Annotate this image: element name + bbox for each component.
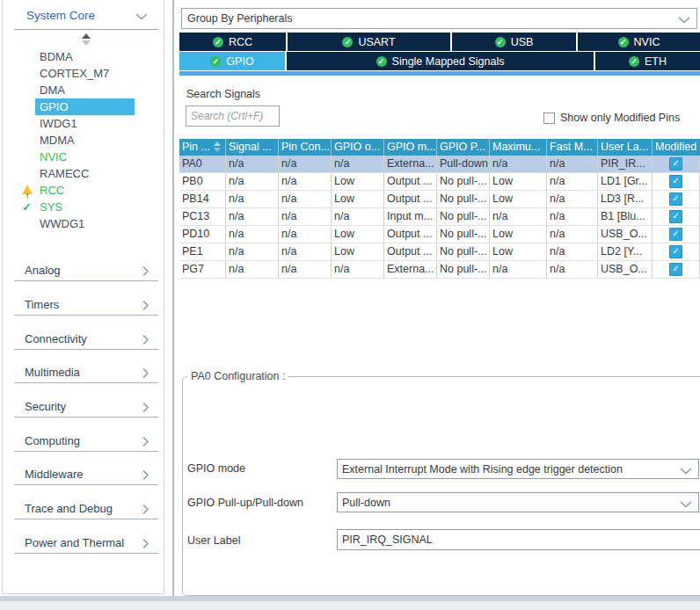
- sidebar-category-multimedia[interactable]: Multimedia: [14, 365, 158, 383]
- cell[interactable]: Output ...: [384, 191, 437, 208]
- header-cell-gpio-p-[interactable]: GPIO P...: [437, 139, 490, 156]
- cell[interactable]: n/a: [547, 243, 598, 261]
- cell[interactable]: PA0: [179, 156, 226, 173]
- sidebar-item-nvic[interactable]: NVIC: [3, 149, 165, 165]
- sidebar-category-security[interactable]: Security: [14, 399, 158, 418]
- sidebar-item-ramecc[interactable]: RAMECC: [3, 165, 165, 182]
- cell[interactable]: PB14: [179, 191, 226, 208]
- cell[interactable]: n/a: [490, 156, 547, 173]
- cell[interactable]: No pull-...: [437, 191, 490, 208]
- cell[interactable]: n/a: [332, 261, 384, 279]
- cell[interactable]: Output ...: [384, 226, 437, 243]
- sidebar-category-middleware[interactable]: Middleware: [14, 467, 158, 485]
- sidebar-category-computing[interactable]: Computing: [14, 433, 158, 452]
- cell[interactable]: No pull-...: [437, 226, 490, 243]
- modified-checkbox[interactable]: ✓: [669, 175, 682, 188]
- cell[interactable]: Externa...: [384, 156, 437, 173]
- sidebar-item-bdma[interactable]: BDMA: [3, 48, 165, 65]
- header-cell-fast-m-[interactable]: Fast M...: [547, 139, 598, 156]
- sidebar-item-mdma[interactable]: MDMA: [3, 132, 165, 149]
- gpio-mode-select[interactable]: External Interrupt Mode with Rising edge…: [337, 459, 699, 479]
- tab-single-mapped-signals[interactable]: ✓Single Mapped Signals: [287, 52, 594, 70]
- cell[interactable]: Low: [490, 173, 547, 191]
- cell[interactable]: n/a: [279, 191, 332, 208]
- sidebar-category-power-and-thermal[interactable]: Power and Thermal: [14, 535, 158, 554]
- modified-checkbox[interactable]: ✓: [669, 157, 682, 171]
- cell[interactable]: n/a: [547, 156, 598, 173]
- cell[interactable]: n/a: [226, 191, 279, 208]
- cell[interactable]: Externa...: [384, 261, 437, 279]
- modified-checkbox[interactable]: ✓: [669, 210, 682, 223]
- sidebar-item-sys[interactable]: ✓SYS: [3, 199, 165, 215]
- header-cell-pin-[interactable]: Pin ...: [179, 139, 226, 156]
- cell[interactable]: n/a: [547, 173, 598, 191]
- group-by-select[interactable]: Group By Peripherals: [181, 8, 697, 29]
- cell[interactable]: No pull-...: [437, 208, 490, 226]
- cell[interactable]: PB0: [179, 173, 226, 191]
- sidebar-item-dma[interactable]: DMA: [3, 82, 165, 98]
- sidebar-category-trace-and-debug[interactable]: Trace and Debug: [14, 501, 158, 519]
- table-row-pg7[interactable]: PG7n/an/an/aExterna...No pull-...n/an/aU…: [179, 261, 700, 279]
- header-cell-gpio-o-[interactable]: GPIO o...: [332, 139, 384, 156]
- cell[interactable]: n/a: [279, 261, 332, 279]
- cell[interactable]: LD3 [R...: [598, 191, 653, 208]
- cell[interactable]: Low: [490, 191, 547, 208]
- sidebar-section-system-core[interactable]: System Core: [3, 7, 164, 26]
- cell[interactable]: n/a: [547, 226, 598, 243]
- cell[interactable]: PC13: [179, 208, 226, 226]
- tab-usb[interactable]: ✓USB: [452, 33, 576, 51]
- cell[interactable]: n/a: [279, 243, 332, 261]
- cell[interactable]: No pull-...: [437, 173, 490, 191]
- sidebar-category-connectivity[interactable]: Connectivity: [14, 331, 158, 350]
- tab-nvic[interactable]: ✓NVIC: [578, 33, 700, 51]
- cell[interactable]: n/a: [490, 208, 547, 226]
- cell[interactable]: Output ...: [384, 243, 437, 261]
- table-row-pc13[interactable]: PC13n/an/an/aInput m...No pull-...n/an/a…: [179, 208, 700, 226]
- cell[interactable]: n/a: [226, 261, 279, 279]
- cell[interactable]: n/a: [279, 173, 332, 191]
- table-row-pb14[interactable]: PB14n/an/aLowOutput ...No pull-...Lown/a…: [179, 191, 700, 208]
- sidebar-category-timers[interactable]: Timers: [14, 297, 158, 316]
- cell[interactable]: Output ...: [384, 173, 437, 191]
- modified-checkbox[interactable]: ✓: [669, 228, 682, 241]
- cell[interactable]: n/a: [332, 208, 384, 226]
- table-row-pd10[interactable]: PD10n/an/aLowOutput ...No pull-...Lown/a…: [179, 226, 700, 243]
- modified-checkbox[interactable]: ✓: [669, 263, 682, 276]
- gpio-pull-up-pull-down-select[interactable]: Pull-down: [337, 492, 699, 512]
- cell[interactable]: PE1: [179, 243, 226, 261]
- header-cell-signal-[interactable]: Signal ...: [226, 139, 279, 156]
- cell[interactable]: LD1 [Gr...: [598, 173, 653, 191]
- cell[interactable]: Low: [332, 191, 384, 208]
- tab-rcc[interactable]: ✓RCC: [179, 33, 286, 51]
- modified-checkbox[interactable]: ✓: [669, 245, 682, 258]
- modified-checkbox[interactable]: ✓: [669, 192, 682, 206]
- cell[interactable]: n/a: [226, 226, 279, 243]
- table-row-pa0[interactable]: PA0n/an/an/aExterna...Pull-downn/an/aPIR…: [179, 156, 700, 173]
- cell[interactable]: n/a: [226, 173, 279, 191]
- cell[interactable]: n/a: [547, 191, 598, 208]
- cell[interactable]: PG7: [179, 261, 226, 279]
- tab-eth[interactable]: ✓ETH: [595, 52, 700, 70]
- cell[interactable]: n/a: [547, 261, 598, 279]
- cell[interactable]: No pull-...: [437, 243, 490, 261]
- cell[interactable]: USB_O...: [598, 261, 653, 279]
- sidebar-item-rcc[interactable]: !RCC: [3, 182, 165, 199]
- cell[interactable]: n/a: [279, 156, 332, 173]
- search-signals-input[interactable]: [186, 105, 280, 127]
- cell[interactable]: LD2 [Y...: [598, 243, 653, 261]
- sort-icon[interactable]: [214, 142, 221, 152]
- sort-spinner-icon[interactable]: [80, 33, 92, 47]
- cell[interactable]: n/a: [279, 226, 332, 243]
- cell[interactable]: n/a: [547, 208, 598, 226]
- cell[interactable]: Input m...: [384, 208, 437, 226]
- header-cell-modified[interactable]: Modified: [653, 139, 700, 156]
- header-cell-maximu-[interactable]: Maximu...: [490, 139, 547, 156]
- header-cell-user-la-[interactable]: User La...: [598, 139, 653, 156]
- cell[interactable]: USB_O...: [598, 226, 653, 243]
- cell[interactable]: No pull-...: [437, 261, 490, 279]
- cell[interactable]: Low: [490, 226, 547, 243]
- cell[interactable]: n/a: [279, 208, 332, 226]
- cell[interactable]: n/a: [226, 208, 279, 226]
- cell[interactable]: B1 [Blu...: [598, 208, 653, 226]
- sidebar-item-gpio[interactable]: GPIO: [35, 98, 135, 115]
